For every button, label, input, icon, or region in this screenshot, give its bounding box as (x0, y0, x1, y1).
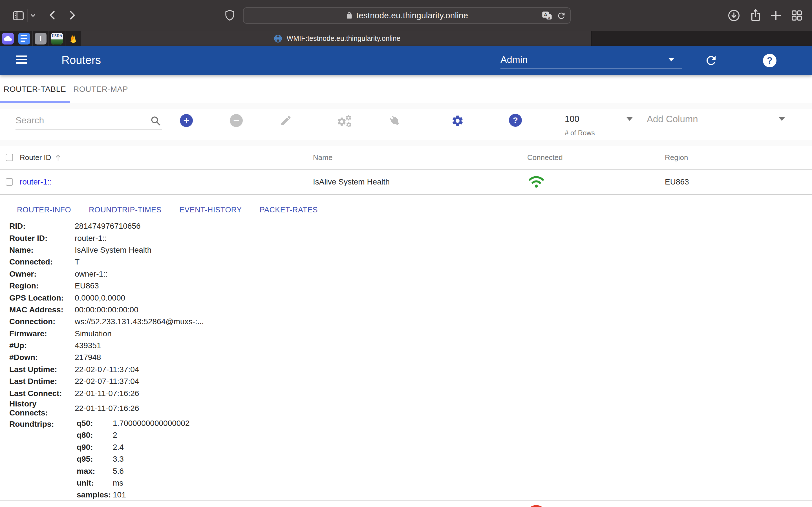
search-icon (150, 115, 162, 127)
detail-row: Connection:ws://52.233.131.43:52864@muxs… (9, 316, 404, 328)
app-header: Routers Admin ? (0, 46, 812, 75)
sort-ascending-icon (54, 154, 62, 162)
column-header-router-id[interactable]: Router ID (20, 146, 62, 169)
detail-row: History Connects:22-01-11-07:16:26 (9, 399, 404, 417)
pinned-tab-usda[interactable]: USDA (49, 31, 65, 46)
router-info-panel: RID:281474976710656 Router ID:router-1::… (9, 220, 404, 501)
sidebar-toggle-icon[interactable] (12, 9, 25, 22)
detail-row: Connected:T (9, 256, 404, 268)
detail-row: #Down:217948 (9, 351, 404, 363)
tab-roundtrip-times[interactable]: ROUNDTRIP-TIMES (89, 206, 161, 214)
tab-event-history[interactable]: EVENT-HISTORY (179, 206, 242, 214)
toolbar-divider (28, 9, 28, 22)
privacy-shield-icon[interactable] (224, 9, 236, 21)
rows-hint: # of Rows (565, 129, 595, 137)
roundtrip-row: q90:2.4 (75, 441, 190, 453)
lock-icon (346, 12, 353, 19)
tab-router-info[interactable]: ROUTER-INFO (17, 206, 71, 214)
tab-strip-filler (591, 31, 812, 46)
firebase-favicon (67, 33, 79, 45)
refresh-icon[interactable] (704, 54, 718, 67)
detail-row: RID:281474976710656 (9, 220, 404, 232)
settings-icon[interactable] (451, 114, 464, 127)
rid-link[interactable]: 281474976710656 (75, 222, 141, 231)
pinned-tab-cloud[interactable] (0, 31, 16, 46)
translate-icon[interactable] (541, 10, 553, 21)
roundtrip-row: unit:ms (75, 477, 190, 489)
detail-row: Last Connect:22-01-11-07:16:26 (9, 387, 404, 399)
toolbar-help-icon[interactable]: ? (509, 114, 522, 127)
detail-tabs: ROUTER-INFO ROUNDTRIP-TIMES EVENT-HISTOR… (0, 197, 318, 223)
account-select-value: Admin (500, 54, 527, 65)
add-column-select[interactable]: Add Column (647, 112, 786, 127)
tab-router-table[interactable]: ROUTER-TABLE (0, 75, 70, 103)
remove-router-button[interactable]: − (230, 114, 243, 127)
page-tabs: ROUTER-TABLE ROUTER-MAP (0, 75, 812, 103)
rows-select[interactable]: 100 (565, 112, 635, 127)
detail-row: #Up:439351 (9, 340, 404, 351)
detail-row: GPS Location:0.0000,0.0000 (9, 292, 404, 304)
detail-row: Last Dntime:22-02-07-11:37:04 (9, 376, 404, 387)
router-region-cell: EU863 (665, 170, 689, 194)
column-header-connected[interactable]: Connected (527, 146, 563, 169)
help-icon[interactable]: ? (763, 54, 776, 67)
divider (0, 194, 812, 195)
detail-row: MAC Address:00:00:00:00:00:00 (9, 304, 404, 316)
pinned-tab-firebase[interactable] (65, 31, 82, 46)
pinned-tab-info[interactable]: I (33, 31, 49, 46)
roundtrip-row: max:5.6 (75, 465, 190, 477)
browser-toolbar: testnode.eu.thingularity.online (0, 0, 812, 31)
active-browser-tab[interactable]: WMIF:testnode.eu.thingularity.online (82, 31, 591, 46)
reload-icon[interactable] (557, 11, 566, 20)
roundtrip-row: q50:1.7000000000000002 (75, 417, 190, 429)
detail-row: Firmware:Simulation (9, 328, 404, 340)
select-all-checkbox[interactable] (6, 154, 13, 161)
address-bar[interactable]: testnode.eu.thingularity.online (243, 7, 571, 24)
row-checkbox[interactable] (6, 178, 13, 186)
globe-icon (273, 34, 283, 43)
search-input[interactable] (15, 112, 144, 128)
wifi-connected-icon (528, 174, 544, 190)
tab-packet-rates[interactable]: PACKET-RATES (260, 206, 318, 214)
menu-icon[interactable] (16, 55, 28, 66)
detail-row: Router ID:router-1:: (9, 232, 404, 244)
detail-row: Last Uptime:22-02-07-11:37:04 (9, 363, 404, 376)
table-header-row: Router ID Name Connected Region (0, 146, 812, 169)
account-select[interactable]: Admin (500, 51, 682, 68)
tab-strip: I USDA WMIF:testnode.eu.thingularity.onl… (0, 31, 812, 46)
add-router-button[interactable]: + (180, 114, 193, 127)
table-row[interactable]: router-1:: IsAlive System Health EU863 (0, 170, 812, 194)
usda-favicon: USDA (51, 33, 63, 45)
wifi-disconnected-icon (528, 503, 544, 507)
back-icon[interactable] (46, 9, 59, 21)
page-title: Routers (61, 54, 101, 66)
router-id-link[interactable]: router-1:: (75, 234, 107, 243)
roundtrip-row: q80:2 (75, 429, 190, 441)
detail-row: Region:EU863 (9, 280, 404, 292)
tab-router-map[interactable]: ROUTER-MAP (70, 75, 132, 103)
downloads-icon[interactable] (727, 9, 741, 22)
dropdown-arrow-icon (668, 58, 674, 61)
roundtrips-block: Roundtrips: q50:1.7000000000000002 q80:2… (9, 417, 404, 501)
roundtrip-row: samples:101 (75, 489, 190, 501)
column-header-name[interactable]: Name (313, 146, 333, 169)
tab-overview-icon[interactable] (790, 9, 803, 22)
column-header-region[interactable]: Region (665, 146, 688, 169)
router-table: Router ID Name Connected Region router-1… (0, 146, 812, 507)
router-name-cell: IsAlive System Health (313, 170, 390, 194)
edit-icon[interactable] (280, 114, 292, 127)
chevron-down-icon[interactable] (29, 12, 37, 19)
table-toolbar: + − ? 100 # of Rows Add Column (0, 109, 812, 140)
detail-row: Owner:owner-1:: (9, 268, 404, 280)
rows-dropdown-arrow-icon (626, 117, 633, 121)
share-icon[interactable] (749, 8, 762, 21)
url-text: testnode.eu.thingularity.online (356, 11, 468, 20)
router-id-link[interactable]: router-1:: (20, 177, 52, 186)
new-tab-icon[interactable] (769, 9, 782, 22)
cloud-favicon (2, 33, 14, 45)
batch-config-icon[interactable] (337, 114, 352, 129)
pinned-tab-docs[interactable] (16, 31, 33, 46)
connect-icon[interactable] (386, 112, 404, 130)
forward-icon[interactable] (66, 9, 79, 21)
divider (0, 500, 812, 501)
